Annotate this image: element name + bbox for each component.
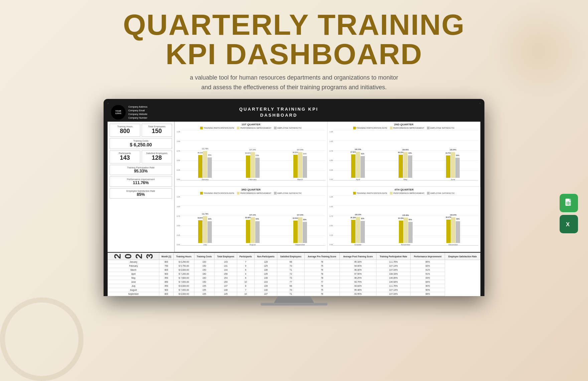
table-row: July950$ 8,000.001551478139687694.84%111… xyxy=(108,284,480,288)
legend-participation: TRAINING PARTICIPATION RATE xyxy=(200,127,234,129)
kpi-panel: Training Hours 800 Total Employees 150 T… xyxy=(108,122,174,252)
q2-chart: 2ND QUARTER TRAINING PARTICIPATION RATE … xyxy=(328,122,481,187)
dashboard-title: QUARTERLY TRAINING KPI DASHBOARD xyxy=(147,106,410,118)
q4-legend: TRAINING PARTICIPATION RATE PERFORMANCE … xyxy=(330,192,479,195)
kpi-training-costs: Training Costs $ 6,250.00 xyxy=(110,138,172,149)
monitor-frame: YOURLOGO Company Address Company Email C… xyxy=(104,99,484,296)
q4-chart: 4TH QUARTER TRAINING PARTICIPATION RATE … xyxy=(328,187,481,252)
table-row: June850$ 7,000.0015015010143777793.75%10… xyxy=(108,280,480,284)
col-satisfied-employees: Satisfied Employees xyxy=(277,253,304,260)
table-row: March800$ 6,000.001501446136717696.00%10… xyxy=(108,268,480,272)
dashboard-body: Training Hours 800 Total Employees 150 T… xyxy=(108,122,480,252)
legend-satisfaction: EMPLOYEE SATISFACTIC xyxy=(274,127,302,129)
q3-title: 3RD QUARTER xyxy=(177,188,325,191)
monitor-stand xyxy=(274,296,314,303)
q4-title: 4TH QUARTER xyxy=(330,188,479,191)
table-row: February750$ 5,750.001501419125707594.00… xyxy=(108,264,480,268)
company-logo: YOURLOGO xyxy=(111,105,126,120)
q1-legend: TRAINING PARTICIPATION RATE PERFORMANCE … xyxy=(177,127,325,129)
table-row: January800$ 6,250.001001437128687695.33%… xyxy=(108,260,480,264)
company-number: Company Number xyxy=(128,116,147,120)
col-avg-pre: Average Pre-Training Score xyxy=(304,253,340,260)
q2-title: 2ND QUARTER xyxy=(330,123,478,126)
q1-title: 1ST QUARTER xyxy=(177,123,325,126)
kpi-participation-rate: Training Participation Rate 95.33% xyxy=(110,165,172,175)
side-icons: X xyxy=(560,194,578,233)
kpi-performance-improvement: Performance Improvement 111.76% xyxy=(110,176,172,187)
col-performance: Performance Improvement xyxy=(411,253,445,260)
kpi-row-2: Participants 143 Satisfied Employees 128 xyxy=(110,150,172,163)
col-training-costs: Training Costs xyxy=(194,253,214,260)
col-non-participants: Non-Participants xyxy=(254,253,277,260)
dashboard-header: YOURLOGO Company Address Company Email C… xyxy=(108,103,480,122)
google-sheets-icon[interactable] xyxy=(560,194,578,212)
q3-chart: 3RD QUARTER TRAINING PARTICIPATION RATE … xyxy=(175,187,328,252)
col-avg-post: Average Post-Training Score xyxy=(340,253,377,260)
table-row: May950$ 7,800.001601546148737896.25%106.… xyxy=(108,276,480,280)
monitor: YOURLOGO Company Address Company Email C… xyxy=(104,99,484,305)
company-email: Company Email xyxy=(128,109,147,112)
kpi-satisfied-employees: Satisfied Employees 128 xyxy=(142,150,172,163)
svg-text:X: X xyxy=(566,221,570,227)
charts-area: 1ST QUARTER TRAINING PARTICIPATION RATE … xyxy=(174,122,480,252)
table-row: September800$ 6,000.0015514510137717693.… xyxy=(108,292,480,296)
kpi-participants: Participants 143 xyxy=(110,150,140,163)
company-info: Company Address Company Email Company We… xyxy=(128,105,147,120)
legend-performance: PERFORMANCE IMPROVEMENT xyxy=(237,127,271,129)
q1-chart: 1ST QUARTER TRAINING PARTICIPATION RATE … xyxy=(175,122,328,187)
monitor-base xyxy=(261,303,327,305)
year-cell: 2023 xyxy=(108,253,159,260)
excel-icon[interactable]: X xyxy=(560,215,578,233)
kpi-satisfaction-rate: Employee Satisfaction Rate 85% xyxy=(110,188,172,199)
col-training-hours: Training Hours xyxy=(173,253,194,260)
table-row: April900$ 7,200.001601564145727897.50%10… xyxy=(108,272,480,276)
table-row: August900$ 7,000.001551487140707595.48%1… xyxy=(108,288,480,292)
col-participants: Participants xyxy=(237,253,254,260)
company-website: Company Website xyxy=(128,112,147,116)
col-satisfaction: Employee Satisfaction Rate xyxy=(445,253,480,260)
q2-legend: TRAINING PARTICIPATION RATE PERFORMANCE … xyxy=(330,127,478,129)
col-participation-rate: Training Participation Rate xyxy=(376,253,411,260)
kpi-training-hours: Training Hours 800 xyxy=(110,124,140,137)
col-total-employees: Total Employees xyxy=(214,253,237,260)
company-address: Company Address xyxy=(128,105,147,109)
monitor-container: YOURLOGO Company Address Company Email C… xyxy=(0,99,588,305)
col-month: Month [1] xyxy=(159,253,173,260)
svg-rect-2 xyxy=(569,199,571,201)
data-table: 2023 Month [1] Training Hours Training C… xyxy=(108,253,480,296)
monitor-screen: YOURLOGO Company Address Company Email C… xyxy=(108,103,480,296)
kpi-total-employees: Total Employees 150 xyxy=(142,124,172,137)
data-table-section: 2023 Month [1] Training Hours Training C… xyxy=(108,252,480,296)
q3-legend: TRAINING PARTICIPATION RATE PERFORMANCE … xyxy=(177,192,325,195)
kpi-row-1: Training Hours 800 Total Employees 150 xyxy=(110,124,172,137)
